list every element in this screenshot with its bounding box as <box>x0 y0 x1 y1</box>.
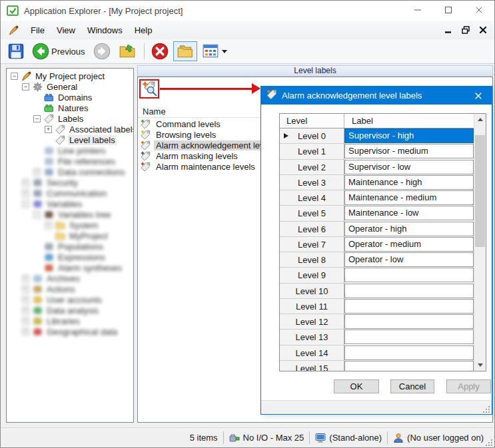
tree-item[interactable]: Populations <box>7 241 133 252</box>
collapse-minus-icon[interactable]: − <box>33 115 41 122</box>
grid-cell-label[interactable]: Maintenance - high <box>344 175 474 190</box>
grid-cell-level[interactable]: Level 3 <box>280 175 344 190</box>
menu-file[interactable]: File <box>25 21 51 39</box>
tree-item[interactable]: Domains <box>7 92 133 103</box>
window-maximize-button[interactable] <box>433 1 464 21</box>
grid-cell-label[interactable] <box>344 284 474 298</box>
collapse-minus-icon[interactable]: − <box>11 73 18 80</box>
grid-cell-level[interactable]: Level 11 <box>280 299 344 314</box>
scroll-up-icon[interactable] <box>474 114 486 125</box>
grid-cell-label[interactable]: Supervisor - medium <box>344 144 474 158</box>
tree-item[interactable]: +Communication <box>7 188 133 198</box>
tree-item[interactable]: File references <box>7 156 133 166</box>
mdi-restore-icon[interactable] <box>461 25 470 35</box>
open-folder-button[interactable] <box>115 41 139 61</box>
expand-plus-icon[interactable]: + <box>33 168 41 176</box>
mdi-close-icon[interactable] <box>478 25 488 35</box>
expand-plus-icon[interactable]: + <box>22 190 29 197</box>
grid-cell-level[interactable]: Level 0 <box>280 128 344 144</box>
tree-item[interactable]: +User accounts <box>7 294 133 305</box>
scrollbar-thumb[interactable] <box>475 135 485 247</box>
dialog-resize-grip[interactable] <box>483 405 490 413</box>
grid-vertical-scrollbar[interactable] <box>474 114 486 371</box>
tree-item[interactable]: Natures <box>7 103 133 113</box>
dialog-close-button[interactable] <box>465 87 492 105</box>
tree-item[interactable]: −Variables tree <box>7 209 133 220</box>
tree-item[interactable]: +Associated labels <box>7 124 133 134</box>
grid-cell-level[interactable]: Level 13 <box>280 330 344 345</box>
expand-plus-icon[interactable]: + <box>22 179 29 186</box>
grid-cell-label[interactable]: Operator - medium <box>344 237 474 252</box>
tree-item[interactable]: Alarm syntheses <box>7 262 133 273</box>
expand-plus-icon[interactable]: + <box>22 328 29 336</box>
tree-item[interactable]: +Actions <box>7 284 133 294</box>
grid-cell-level[interactable]: Level 15 <box>280 361 344 371</box>
tree-item[interactable]: +Data connections <box>7 166 133 177</box>
grid-cell-label[interactable] <box>344 345 474 360</box>
grid-cell-level[interactable]: Level 4 <box>280 190 344 206</box>
window-resize-grip[interactable] <box>486 439 493 446</box>
menu-help[interactable]: Help <box>129 21 159 39</box>
grid-cell-level[interactable]: Level 1 <box>280 144 344 159</box>
grid-cell-label[interactable]: Operator - high <box>344 222 474 236</box>
expand-plus-icon[interactable]: + <box>22 286 29 293</box>
tree-item[interactable]: +Security <box>7 177 133 188</box>
window-minimize-button[interactable] <box>402 1 433 21</box>
tree-item[interactable]: −Variables <box>7 198 133 209</box>
tree-item[interactable]: −Labels <box>7 113 133 124</box>
tree-item[interactable]: +Geographical data <box>7 326 133 337</box>
ok-button[interactable]: OK <box>334 379 379 393</box>
grid-cell-level[interactable]: Level 9 <box>280 268 344 283</box>
grid-cell-label[interactable] <box>344 314 474 329</box>
grid-cell-label[interactable] <box>344 330 474 344</box>
expand-plus-icon[interactable]: + <box>45 126 52 133</box>
grid-cell-label[interactable]: Supervisor - low <box>344 160 474 174</box>
tree-item[interactable]: MyProject <box>7 230 133 241</box>
grid-cell-level[interactable]: Level 12 <box>280 314 344 330</box>
brush-icon[interactable] <box>9 25 19 35</box>
tree-item[interactable]: Level labels <box>7 134 133 145</box>
grid-cell-label[interactable] <box>344 361 474 371</box>
dialog-title-bar[interactable]: Alarm acknowledgement level labels <box>261 87 492 105</box>
expand-plus-icon[interactable]: + <box>22 307 29 314</box>
tree-item[interactable]: +Libraries <box>7 316 133 326</box>
tree-item[interactable]: Expressions <box>7 252 133 262</box>
grid-cell-level[interactable]: Level 8 <box>280 252 344 268</box>
grid-cell-level[interactable]: Level 6 <box>280 222 344 237</box>
grid-cell-level[interactable]: Level 10 <box>280 284 344 299</box>
expand-plus-icon[interactable]: + <box>22 318 29 325</box>
grid-cell-level[interactable]: Level 2 <box>280 160 344 175</box>
window-close-button[interactable] <box>464 1 494 21</box>
grid-cell-level[interactable]: Level 14 <box>280 345 344 361</box>
grid-cell-label[interactable]: Maintenance - low <box>344 206 474 220</box>
grid-column-header-label[interactable]: Label <box>345 114 474 128</box>
tree-item[interactable]: −General <box>7 81 133 92</box>
expand-plus-icon[interactable]: + <box>45 222 52 229</box>
cancel-button[interactable]: Cancel <box>390 379 434 393</box>
grid-cell-label[interactable]: Supervisor - high <box>344 128 474 143</box>
close-project-button[interactable] <box>148 41 172 61</box>
tree-item[interactable]: +System <box>7 220 133 230</box>
grid-column-header-level[interactable]: Level <box>280 114 344 128</box>
alarm-magnifier-icon[interactable] <box>142 81 157 98</box>
scroll-down-icon[interactable] <box>474 359 486 371</box>
expand-plus-icon[interactable]: + <box>22 275 29 282</box>
tree-item[interactable]: +Data analysis <box>7 305 133 316</box>
grid-cell-label[interactable] <box>344 268 474 282</box>
expand-plus-icon[interactable]: + <box>22 296 29 304</box>
collapse-minus-icon[interactable]: − <box>22 200 29 208</box>
tree-item[interactable]: −My Project project <box>7 71 133 81</box>
save-button[interactable] <box>5 41 27 61</box>
collapse-minus-icon[interactable]: − <box>22 83 29 91</box>
grid-cell-label[interactable] <box>344 299 474 314</box>
mdi-minimize-icon[interactable] <box>444 25 453 35</box>
grid-cell-label[interactable]: Operator - low <box>344 252 474 267</box>
folders-view-button[interactable] <box>173 41 197 61</box>
grid-cell-level[interactable]: Level 5 <box>280 206 344 221</box>
menu-windows[interactable]: Windows <box>81 21 129 39</box>
tree-item[interactable]: +Archives <box>7 273 133 284</box>
previous-button[interactable]: Previous <box>29 41 89 61</box>
grid-cell-label[interactable]: Maintenance - medium <box>344 190 474 205</box>
grid-cell-level[interactable]: Level 7 <box>280 237 344 252</box>
view-style-button[interactable] <box>199 41 231 61</box>
